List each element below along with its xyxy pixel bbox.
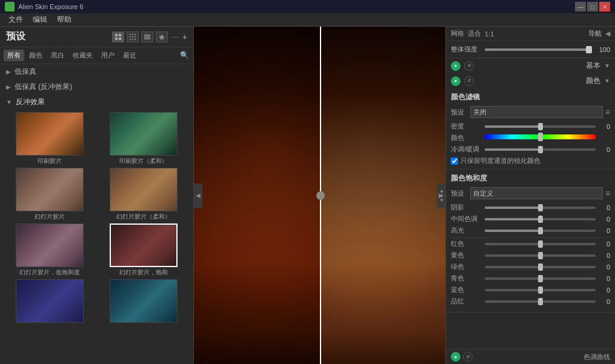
filter-tabs: 所有 颜色 黑白 收藏夹 用户 最近 🔍 [0, 47, 193, 64]
preset-header: 预设 — + [0, 27, 193, 47]
shadows-thumb[interactable] [538, 204, 543, 211]
menu-help[interactable]: 帮助 [52, 13, 76, 26]
preset-thumbnail-7[interactable] [4, 279, 96, 324]
view-list-button[interactable] [141, 31, 153, 42]
tab-user[interactable]: 用户 [98, 50, 118, 61]
midtones-slider[interactable] [485, 218, 596, 220]
color-saturation-menu-icon[interactable]: ≡ [605, 188, 610, 198]
bottom-enable-button[interactable]: ● [451, 352, 460, 362]
luminosity-checkbox[interactable] [451, 157, 458, 165]
preset-thumbnail-1[interactable]: 印刷胶片 [4, 112, 96, 165]
svg-rect-10 [130, 39, 131, 40]
color-reset-button[interactable]: ↺ [464, 76, 474, 86]
midtones-thumb[interactable] [538, 216, 543, 223]
category-low-fidelity-reverse[interactable]: ▶ 低保真 (反冲效果) [0, 79, 193, 94]
warmcool-slider-row: 冷调/暖调 0 [451, 145, 610, 154]
density-slider[interactable] [485, 125, 596, 128]
category-reverse-effect[interactable]: ▼ 反冲效果 [0, 94, 193, 110]
svg-rect-2 [115, 38, 118, 40]
view-ratio-label[interactable]: 1:1 [485, 30, 494, 38]
view-grid-label[interactable]: 网格 [451, 29, 464, 38]
highlights-slider[interactable] [485, 230, 596, 232]
menu-file[interactable]: 文件 [4, 13, 28, 26]
split-line[interactable] [320, 27, 321, 364]
color-filter-section: 颜色滤镜 预设 关闭 暖色调 冷色调 自定义 ≡ 密度 0 [446, 88, 615, 170]
color-saturation-preset-select[interactable]: 自定义 默认 增强 降低 [470, 187, 603, 199]
view-fit-label[interactable]: 适合 [468, 29, 481, 38]
warmcool-fill [485, 148, 540, 151]
menu-edit[interactable]: 编辑 [28, 13, 52, 26]
magenta-thumb[interactable] [538, 298, 543, 305]
green-thumb[interactable] [538, 263, 543, 271]
preset-thumbnail-3[interactable]: 幻灯片胶片 [4, 168, 96, 221]
tab-bw[interactable]: 黑白 [47, 50, 68, 61]
color-label: 颜色 [451, 133, 481, 142]
warmcool-slider[interactable] [485, 148, 596, 151]
preset-thumbnail-6[interactable]: 幻灯片胶片，饱和 [98, 223, 190, 277]
right-panel: 网格 适合 1:1 导航 ◀ 整体强度 100 ● ↺ 基本 ▼ ● ↺ 颜色 [445, 27, 615, 364]
tab-color[interactable]: 颜色 [25, 50, 46, 61]
split-handle[interactable] [316, 191, 325, 200]
close-button[interactable]: ✕ [599, 2, 610, 12]
left-panel-toggle[interactable]: ◀ [194, 184, 202, 208]
color-filter-menu-icon[interactable]: ≡ [605, 107, 610, 117]
basic-section-arrow-icon[interactable]: ▼ [604, 62, 610, 69]
preset-thumbnail-8[interactable] [98, 279, 190, 324]
blue-value: 0 [599, 286, 610, 294]
overall-strength-thumb[interactable] [586, 46, 592, 53]
panel-dots [440, 190, 443, 201]
basic-enable-button[interactable]: ● [451, 61, 460, 71]
shadows-label: 阴影 [451, 203, 481, 212]
shadows-fill [485, 207, 540, 209]
shadows-slider[interactable] [485, 207, 596, 209]
density-label: 密度 [451, 122, 481, 131]
color-section-label: 颜色 [586, 76, 600, 86]
preset-thumbnail-2[interactable]: 印刷胶片（柔和） [98, 112, 190, 165]
overall-strength-value: 100 [596, 46, 610, 53]
cyan-value: 0 [599, 275, 610, 282]
view-star-button[interactable] [156, 31, 168, 42]
color-section-arrow-icon[interactable]: ▼ [604, 78, 610, 84]
overall-strength-slider[interactable] [485, 48, 592, 51]
magenta-slider[interactable] [485, 300, 596, 303]
thumbnail-grid: 印刷胶片 印刷胶片（柔和） 幻灯片胶片 [0, 110, 193, 326]
cyan-thumb[interactable] [538, 275, 543, 282]
density-thumb[interactable] [538, 123, 543, 130]
red-value: 0 [599, 240, 610, 248]
green-slider[interactable] [485, 266, 596, 268]
preset-thumbnail-5[interactable]: 幻灯片胶片，低饱和度 [4, 223, 96, 277]
yellow-slider[interactable] [485, 254, 596, 257]
view-grid9-button[interactable] [127, 31, 139, 42]
yellow-slider-row: 黄色 0 [451, 251, 610, 260]
bottom-reset-button[interactable]: ↺ [463, 352, 473, 362]
highlights-thumb[interactable] [538, 227, 543, 234]
dot-2 [440, 194, 443, 197]
red-thumb[interactable] [538, 240, 543, 248]
green-value: 0 [599, 263, 610, 271]
view-grid4-button[interactable] [112, 31, 124, 42]
color-bar-slider[interactable] [485, 134, 596, 142]
red-slider[interactable] [485, 243, 596, 245]
minimize-button[interactable]: — [575, 2, 586, 12]
blue-thumb[interactable] [538, 286, 543, 294]
nav-arrow-icon[interactable]: ◀ [605, 30, 610, 38]
preset-thumbnail-4[interactable]: 幻灯片胶片（柔和） [98, 168, 190, 221]
basic-reset-button[interactable]: ↺ [464, 61, 474, 71]
maximize-button[interactable]: □ [587, 2, 598, 12]
add-preset-button[interactable]: + [182, 32, 187, 42]
tab-favorites[interactable]: 收藏夹 [69, 50, 96, 61]
color-bar-thumb[interactable] [538, 133, 543, 141]
blue-slider[interactable] [485, 289, 596, 291]
color-filter-preset-select[interactable]: 关闭 暖色调 冷色调 自定义 [470, 106, 603, 118]
tab-recent[interactable]: 最近 [119, 50, 140, 61]
color-enable-button[interactable]: ● [451, 76, 460, 86]
center-image-area: ◀ ▶ [194, 27, 445, 364]
cyan-slider[interactable] [485, 277, 596, 280]
category-low-fidelity[interactable]: ▶ 低保真 [0, 64, 193, 79]
search-icon[interactable]: 🔍 [180, 51, 190, 61]
warmcool-thumb[interactable] [538, 146, 543, 153]
svg-rect-8 [132, 36, 133, 38]
yellow-thumb[interactable] [538, 252, 543, 259]
warmcool-label: 冷调/暖调 [451, 145, 481, 154]
tab-all[interactable]: 所有 [4, 50, 24, 61]
